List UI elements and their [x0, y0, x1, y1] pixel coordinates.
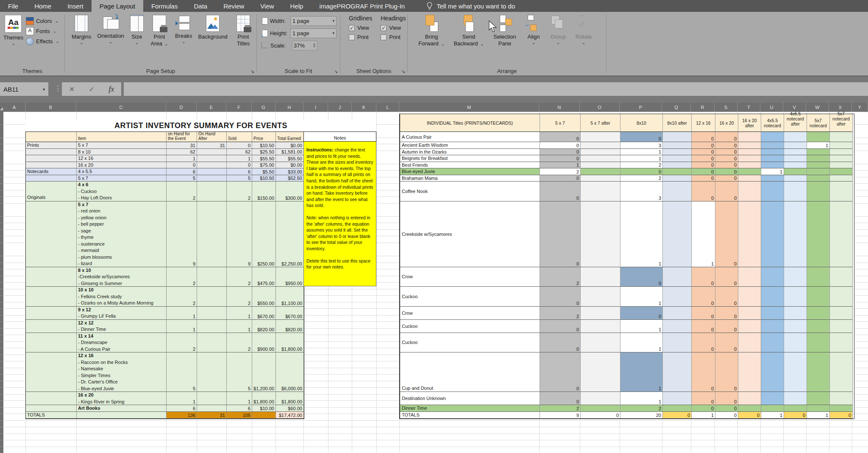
- rt-cell[interactable]: [807, 132, 830, 142]
- lt-cell[interactable]: 10 x 10- Felkins Creek study- Ozarks on …: [77, 287, 167, 307]
- name-box[interactable]: AB11▾: [0, 82, 48, 96]
- rt-cell[interactable]: Ancient Earth Wisdom: [400, 142, 540, 149]
- lt-cell[interactable]: 31: [167, 142, 197, 149]
- rt-cell[interactable]: [663, 307, 692, 320]
- rt-header-cell[interactable]: 8x10 after: [663, 114, 692, 132]
- rt-cell[interactable]: [581, 182, 620, 201]
- rt-cell[interactable]: 0: [620, 267, 663, 287]
- rt-cell[interactable]: [663, 201, 692, 267]
- rt-cell[interactable]: 0: [692, 307, 715, 320]
- rt-cell[interactable]: [761, 182, 784, 201]
- rt-cell[interactable]: 0: [715, 392, 738, 405]
- lt-cell[interactable]: [197, 201, 227, 267]
- rt-cell[interactable]: 0: [692, 155, 715, 162]
- rt-cell[interactable]: 1: [540, 162, 581, 169]
- headings-print-checkbox[interactable]: Print: [381, 34, 406, 40]
- rt-cell[interactable]: Crow: [400, 267, 540, 287]
- rt-cell[interactable]: Cup and Donut: [400, 352, 540, 392]
- rt-cell[interactable]: 0: [540, 392, 581, 405]
- rt-cell[interactable]: [761, 201, 784, 267]
- rt-cell[interactable]: Destination Unknown: [400, 392, 540, 405]
- rt-cell[interactable]: [784, 267, 807, 287]
- rt-header-cell[interactable]: 5x7 notecard after: [830, 114, 853, 132]
- rt-cell[interactable]: 0: [715, 333, 738, 353]
- rt-cell[interactable]: Dinner Time: [400, 405, 540, 412]
- lt-cell[interactable]: 0: [167, 162, 197, 169]
- lt-cell[interactable]: 12 x 12- Dinner Time: [77, 320, 167, 333]
- lt-cell[interactable]: $2,250.00: [276, 201, 304, 267]
- lt-cell[interactable]: 105: [227, 412, 252, 419]
- lt-cell[interactable]: 9 x 12- Grumpy Lil' Fella: [77, 307, 167, 320]
- col-header-L[interactable]: L: [376, 103, 399, 112]
- lt-header-cell[interactable]: Total Earned: [276, 132, 304, 142]
- rt-cell[interactable]: Coffee Nook: [400, 182, 540, 201]
- rt-cell[interactable]: [663, 287, 692, 307]
- rt-cell[interactable]: 0: [692, 182, 715, 201]
- group-button[interactable]: Group ⌄: [547, 15, 570, 48]
- rt-cell[interactable]: [830, 155, 853, 162]
- lt-header-cell[interactable]: Price: [252, 132, 276, 142]
- col-header-A[interactable]: A: [3, 103, 25, 112]
- rt-cell[interactable]: [663, 405, 692, 412]
- rt-cell[interactable]: [807, 333, 830, 353]
- tab-page-layout[interactable]: Page Layout: [92, 0, 143, 12]
- lt-cell[interactable]: 2: [167, 287, 197, 307]
- lt-cell[interactable]: 62: [227, 149, 252, 156]
- lt-cell[interactable]: [197, 333, 227, 353]
- lt-cell[interactable]: [26, 162, 77, 169]
- rt-cell[interactable]: 2: [540, 307, 581, 320]
- rt-cell[interactable]: 0: [715, 352, 738, 392]
- rt-cell[interactable]: [581, 333, 620, 353]
- lt-cell[interactable]: 1: [227, 307, 252, 320]
- insert-function-icon[interactable]: fx: [108, 85, 114, 94]
- rt-cell[interactable]: 1: [620, 333, 663, 353]
- rt-cell[interactable]: Creekside w/Sycamores: [400, 201, 540, 267]
- rt-cell[interactable]: 0: [581, 412, 620, 419]
- rt-cell[interactable]: 0: [692, 132, 715, 142]
- rt-cell[interactable]: 0: [692, 392, 715, 405]
- send-backward-button[interactable]: Send Backward ⌄: [451, 15, 487, 48]
- rt-cell[interactable]: 0: [540, 320, 581, 333]
- rt-cell[interactable]: 0: [715, 149, 738, 156]
- rt-cell[interactable]: [784, 307, 807, 320]
- rt-cell[interactable]: [830, 392, 853, 405]
- rt-cell[interactable]: 0: [540, 132, 581, 142]
- rt-cell[interactable]: [581, 287, 620, 307]
- fonts-button[interactable]: AFonts⌄: [26, 26, 59, 36]
- lt-header-cell[interactable]: Item: [77, 132, 167, 142]
- width-combobox[interactable]: 1 page▾: [290, 16, 337, 26]
- lt-header-cell[interactable]: [26, 132, 77, 142]
- rt-cell[interactable]: [830, 132, 853, 142]
- rt-cell[interactable]: [581, 307, 620, 320]
- rt-cell[interactable]: 0: [830, 412, 853, 419]
- lt-cell[interactable]: [77, 412, 167, 419]
- lt-cell[interactable]: $0.00: [276, 142, 304, 149]
- lt-cell[interactable]: $820.00: [276, 320, 304, 333]
- lt-cell[interactable]: [26, 287, 77, 307]
- rt-header-cell[interactable]: 4x5.5 notecard: [761, 114, 784, 132]
- rt-cell[interactable]: 1: [692, 201, 715, 267]
- rt-cell[interactable]: [663, 142, 692, 149]
- rt-header-cell[interactable]: 12 x 16: [692, 114, 715, 132]
- rt-cell[interactable]: [830, 287, 853, 307]
- rt-cell[interactable]: Cuckoo: [400, 320, 540, 333]
- rt-cell[interactable]: [784, 182, 807, 201]
- print-area-button[interactable]: Print Area ⌄: [149, 15, 170, 48]
- rt-cell[interactable]: 0: [715, 287, 738, 307]
- rt-cell[interactable]: [738, 352, 761, 392]
- rt-cell[interactable]: [807, 175, 830, 182]
- gridlines-print-checkbox[interactable]: Print: [349, 34, 372, 40]
- rt-cell[interactable]: [784, 162, 807, 169]
- lt-cell[interactable]: 5: [227, 175, 252, 182]
- rt-cell[interactable]: [784, 175, 807, 182]
- lt-cell[interactable]: 1: [167, 320, 197, 333]
- rt-cell[interactable]: [738, 333, 761, 353]
- lt-cell[interactable]: Originals: [26, 182, 77, 201]
- rt-cell[interactable]: [738, 142, 761, 149]
- lt-cell[interactable]: 1: [227, 155, 252, 162]
- rt-cell[interactable]: 0: [715, 201, 738, 267]
- col-header-T[interactable]: T: [737, 103, 760, 112]
- lt-cell[interactable]: [197, 405, 227, 412]
- lt-cell[interactable]: 5 x 7- red onion- yellow onion- bell pep…: [77, 201, 167, 267]
- dialog-launcher-icon[interactable]: ↘: [334, 69, 338, 74]
